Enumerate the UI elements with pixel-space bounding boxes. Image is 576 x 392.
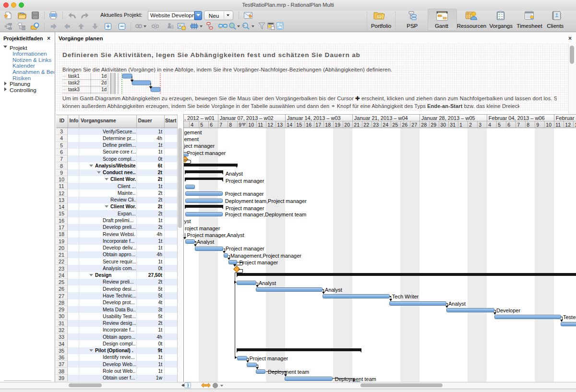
svg-text:1d: 1d <box>101 73 107 79</box>
svg-text:task1: task1 <box>68 73 80 79</box>
svg-text:1d: 1d <box>101 87 107 92</box>
svg-text:2d: 2d <box>101 80 107 85</box>
svg-text:task3: task3 <box>68 87 80 92</box>
svg-text:task2: task2 <box>68 80 80 85</box>
